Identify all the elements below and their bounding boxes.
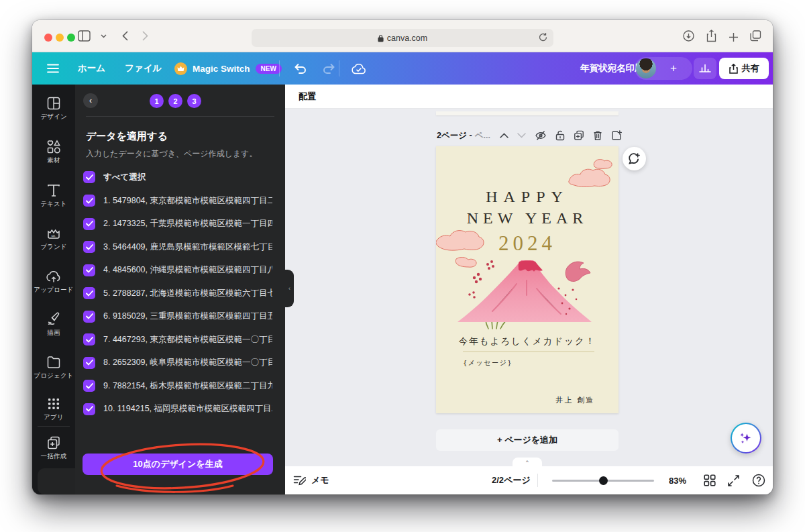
generate-designs-button[interactable]: 10点のデザインを生成	[83, 454, 273, 475]
fullscreen-button[interactable]	[728, 466, 739, 494]
notes-label: メモ	[311, 474, 329, 486]
design-page[interactable]: HAPPY NEW YEAR 2024 今年もよろしくメカドック！ {メッセージ…	[436, 146, 619, 413]
downloads-icon[interactable]	[683, 30, 694, 42]
reload-icon[interactable]	[539, 32, 547, 44]
new-year-card-artwork: HAPPY NEW YEAR 2024 今年もよろしくメカドック！ {メッセージ…	[436, 146, 619, 413]
data-row: 7. 4467293, 東京都模範市模範区模範一〇丁目四...	[83, 333, 272, 346]
data-row: 5. 2788287, 北海道模範市模範区模範六丁目七一...	[83, 286, 272, 300]
insights-button[interactable]	[694, 58, 716, 79]
card-greeting: 今年もよろしくメカドック！	[459, 335, 596, 346]
sidebar-item-apps[interactable]: アプリ	[32, 396, 75, 422]
chevron-down-icon[interactable]	[101, 34, 107, 38]
window-close-button[interactable]	[44, 34, 52, 42]
zoom-level[interactable]: 83%	[669, 466, 686, 494]
back-button[interactable]	[122, 31, 128, 41]
avatar[interactable]	[636, 58, 656, 78]
sidebar-item-elements[interactable]: 素材	[32, 139, 75, 165]
move-page-up-icon[interactable]	[500, 133, 508, 138]
magic-switch-button[interactable]: Magic Switch NEW	[174, 52, 282, 85]
share-icon[interactable]	[706, 30, 716, 42]
tool-rail: デザイン 素材 テキスト co. ブランド アップロード	[32, 85, 75, 494]
bulk-create-icon	[46, 435, 62, 451]
add-page-icon[interactable]	[611, 130, 622, 141]
url-text: canva.com	[387, 34, 427, 43]
position-button[interactable]: 配置	[293, 88, 321, 105]
cloud-saved-icon	[352, 52, 366, 85]
comment-icon	[628, 153, 641, 165]
duplicate-page-icon[interactable]	[574, 130, 584, 141]
undo-button[interactable]	[294, 52, 307, 85]
row-checkbox[interactable]	[83, 287, 95, 299]
sidebar-item-text[interactable]: テキスト	[32, 182, 75, 209]
invite-member-button[interactable]: +	[656, 62, 691, 75]
menu-file[interactable]: ファイル	[125, 52, 162, 85]
data-row: 2. 1473325, 千葉県模範市模範区模範一丁目四一...	[83, 217, 272, 231]
page-indicator[interactable]: 2/2ページ	[492, 466, 531, 494]
menu-home[interactable]: ホーム	[78, 52, 105, 85]
address-bar[interactable]: canva.com	[252, 29, 553, 47]
row-checkbox[interactable]	[83, 380, 95, 392]
row-label: 8. 2652309, 岐阜県模範市模範区模範一〇丁目七...	[103, 357, 272, 368]
divider	[38, 426, 70, 427]
row-checkbox[interactable]	[83, 241, 95, 253]
select-all-checkbox[interactable]	[83, 171, 95, 183]
window-minimize-button[interactable]	[56, 34, 64, 42]
zoom-slider[interactable]	[552, 480, 654, 482]
sidebar-item-design[interactable]: デザイン	[32, 95, 75, 121]
lock-icon[interactable]	[555, 130, 565, 141]
help-button[interactable]	[752, 466, 765, 494]
row-checkbox[interactable]	[83, 403, 95, 415]
sparkles-icon	[739, 431, 753, 445]
move-page-down-icon[interactable]	[517, 133, 526, 138]
row-checkbox[interactable]	[83, 357, 95, 369]
row-checkbox[interactable]	[83, 264, 95, 276]
data-row: 1. 5479804, 東京都模範市模範区模範四丁目二一...	[83, 194, 272, 207]
row-checkbox[interactable]	[83, 218, 95, 230]
tab-overview-icon[interactable]	[750, 30, 761, 42]
page-title-truncated[interactable]: ペ...	[475, 130, 490, 142]
share-button-label: 共有	[742, 62, 759, 74]
page-title-label[interactable]: 2ページ -	[437, 130, 472, 142]
panel-back-button[interactable]: ‹	[83, 93, 98, 108]
redo-button[interactable]	[322, 52, 335, 85]
data-row: 9. 7882154, 栃木県模範市模範区模範二丁目九一...	[83, 379, 272, 392]
design-canvas[interactable]: 2ページ - ペ...	[285, 109, 773, 466]
forward-button[interactable]	[142, 31, 148, 41]
previous-page-edge[interactable]	[436, 111, 619, 115]
row-checkbox[interactable]	[83, 311, 95, 323]
sidebar-item-bulk-create[interactable]: 一括作成	[32, 435, 75, 461]
sidebar-toggle-icon[interactable]	[78, 30, 91, 42]
panel-collapse-handle[interactable]: ‹	[285, 270, 294, 307]
hide-page-icon[interactable]	[535, 130, 547, 141]
delete-page-icon[interactable]	[593, 130, 602, 141]
share-button[interactable]: 共有	[719, 58, 769, 79]
panel-title: データを適用する	[86, 130, 168, 143]
browser-window: canva.com ホーム ファイル	[32, 20, 773, 494]
new-badge: NEW	[256, 64, 282, 74]
window-zoom-button[interactable]	[67, 34, 75, 42]
sidebar-item-draw[interactable]: 描画	[32, 311, 75, 337]
bar-chart-icon	[699, 63, 711, 74]
row-checkbox[interactable]	[83, 195, 95, 207]
main-menu-icon[interactable]	[47, 52, 59, 85]
step-3-badge: 3	[187, 94, 201, 108]
add-comment-button[interactable]	[623, 147, 646, 170]
row-checkbox[interactable]	[83, 333, 95, 345]
timeline-expand-handle[interactable]: ^	[513, 458, 542, 466]
new-tab-icon[interactable]	[729, 33, 738, 42]
sidebar-item-uploads[interactable]: アップロード	[32, 268, 75, 295]
collaborators: +	[635, 57, 692, 80]
select-all-row: すべて選択	[83, 170, 272, 184]
zoom-slider-knob[interactable]	[599, 476, 608, 485]
browser-toolbar: canva.com	[32, 20, 773, 52]
panel-subtitle: 入力したデータに基づき、ページ作成します。	[86, 148, 257, 160]
status-bar: メモ 2/2ページ 83%	[285, 466, 773, 494]
ai-assistant-button[interactable]	[731, 423, 761, 454]
grid-view-button[interactable]	[704, 466, 716, 494]
data-row: 3. 5464409, 鹿児島県模範市模範区模範七丁目...	[83, 240, 272, 254]
notes-button[interactable]: メモ	[293, 466, 329, 494]
data-row: 10. 1194215, 福岡県模範市模範区模範四丁目二...	[83, 403, 272, 416]
sidebar-item-projects[interactable]: プロジェクト	[32, 354, 75, 380]
sidebar-item-brand[interactable]: co. ブランド	[32, 225, 75, 252]
add-page-button[interactable]: + ページを追加	[436, 429, 619, 451]
